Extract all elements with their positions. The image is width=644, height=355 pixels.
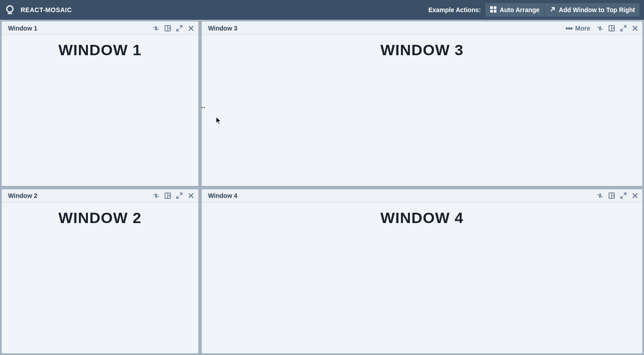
arrow-top-right-icon (549, 6, 556, 14)
svg-rect-3 (490, 10, 493, 13)
split-icon[interactable] (608, 192, 615, 199)
mosaic-container: Window 1 (0, 20, 644, 355)
more-dots-icon: ••• (566, 24, 573, 32)
window-2-title: Window 2 (8, 192, 37, 199)
split-icon[interactable] (164, 25, 171, 32)
more-label: More (575, 25, 590, 32)
svg-point-0 (7, 6, 13, 12)
window-4-controls (596, 192, 639, 199)
close-icon[interactable] (187, 25, 195, 32)
expand-icon[interactable] (620, 25, 627, 32)
window-3-body: WINDOW 3 (202, 35, 642, 186)
window-4: Window 4 (201, 189, 643, 354)
replace-icon[interactable] (152, 192, 160, 199)
more-button[interactable]: ••• More (566, 24, 590, 32)
replace-icon[interactable] (596, 25, 604, 32)
window-4-body: WINDOW 4 (202, 203, 642, 354)
svg-rect-2 (494, 6, 496, 9)
navbar: REACT-MOSAIC Example Actions: Auto Arran… (0, 0, 644, 20)
window-2-body: WINDOW 2 (2, 203, 198, 354)
window-1-body: WINDOW 1 (2, 35, 198, 186)
mosaic-left-column: Window 1 (1, 21, 199, 354)
replace-icon[interactable] (596, 192, 604, 199)
auto-arrange-button[interactable]: Auto Arrange (485, 3, 544, 17)
split-icon[interactable] (164, 192, 171, 199)
window-3-heading: WINDOW 3 (380, 41, 464, 186)
add-window-button[interactable]: Add Window to Top Right (544, 3, 640, 17)
logo-icon (4, 4, 15, 15)
navbar-left: REACT-MOSAIC (4, 4, 72, 15)
window-1-controls (152, 25, 195, 32)
window-3-title: Window 3 (208, 25, 237, 32)
close-icon[interactable] (631, 192, 639, 199)
window-1-title: Window 1 (8, 25, 37, 32)
window-1-heading: WINDOW 1 (58, 41, 142, 186)
window-2-header[interactable]: Window 2 (2, 189, 198, 203)
window-2-controls (152, 192, 195, 199)
expand-icon[interactable] (176, 192, 183, 199)
action-button-group: Auto Arrange Add Window to Top Right (485, 3, 640, 17)
window-4-title: Window 4 (208, 192, 237, 199)
add-window-label: Add Window to Top Right (559, 6, 635, 13)
mosaic-right-column: Window 3 ••• More (201, 21, 643, 354)
svg-rect-1 (490, 6, 493, 9)
app-title: REACT-MOSAIC (21, 6, 72, 13)
navbar-right: Example Actions: Auto Arrange (428, 3, 640, 17)
window-1-header[interactable]: Window 1 (2, 22, 198, 35)
close-icon[interactable] (187, 192, 195, 199)
replace-icon[interactable] (152, 25, 160, 32)
window-4-header[interactable]: Window 4 (202, 189, 642, 203)
split-icon[interactable] (608, 25, 615, 32)
expand-icon[interactable] (176, 25, 183, 32)
svg-rect-4 (494, 10, 496, 13)
window-4-heading: WINDOW 4 (380, 209, 464, 354)
expand-icon[interactable] (620, 192, 627, 199)
grid-icon (490, 6, 497, 14)
window-2: Window 2 (1, 189, 199, 354)
window-1: Window 1 (1, 21, 199, 186)
window-2-heading: WINDOW 2 (58, 209, 142, 354)
mosaic-row: Window 1 (1, 21, 643, 354)
window-3: Window 3 ••• More (201, 21, 643, 186)
example-actions-label: Example Actions: (428, 6, 481, 13)
window-3-controls: ••• More (566, 24, 639, 32)
window-3-header[interactable]: Window 3 ••• More (202, 22, 642, 35)
auto-arrange-label: Auto Arrange (500, 6, 540, 13)
close-icon[interactable] (631, 25, 639, 32)
